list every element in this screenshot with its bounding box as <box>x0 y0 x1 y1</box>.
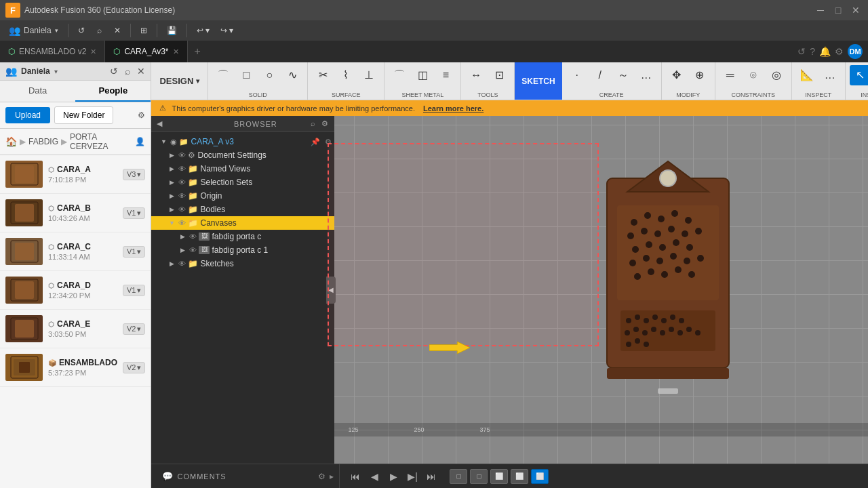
help-icon[interactable]: ? <box>810 46 815 57</box>
canvas-area[interactable]: ◀ BROWSER ⌕ ⚙ ▼ ◉ 📁 CARA_A v3 📌 ⚙ ▶ 👁 ⚙ … <box>151 116 868 464</box>
coincident-constraint[interactable]: ◎ <box>766 65 787 85</box>
breadcrumb-folder1[interactable]: FABDIG <box>28 137 58 146</box>
sketch-tab[interactable]: SKETCH <box>515 62 561 100</box>
copy-tool[interactable]: ⊕ <box>689 65 711 85</box>
break-tool[interactable]: ⊥ <box>358 65 380 85</box>
tree-eye-icon[interactable]: 👁 <box>178 151 186 159</box>
dimension-tool[interactable]: ↔ <box>465 65 487 85</box>
arc-tool[interactable]: ⌒ <box>212 65 234 85</box>
data-tab[interactable]: Data <box>0 81 75 102</box>
rect-tool[interactable]: □ <box>235 65 257 85</box>
header-search-icon[interactable]: ⌕ <box>125 66 130 77</box>
tab-ensamblado-close[interactable]: ✕ <box>90 47 96 56</box>
constraint-tool[interactable]: ⊡ <box>488 65 510 85</box>
line-tool[interactable]: / <box>589 65 611 85</box>
browser-root[interactable]: ▼ ◉ 📁 CARA_A v3 📌 ⚙ <box>151 135 334 148</box>
playback-prev-button[interactable]: ◀ <box>367 469 382 484</box>
tree-eye-icon[interactable]: 👁 <box>178 219 186 227</box>
fillet-tool[interactable]: ⌒ <box>389 65 410 85</box>
maximize-button[interactable]: □ <box>831 3 845 17</box>
file-version-3[interactable]: V1 ▾ <box>123 285 145 296</box>
viewport[interactable]: 125 250 375 250 125 RIGHT <box>334 116 868 464</box>
spline-tool[interactable]: ～ <box>612 65 634 85</box>
user-menu[interactable]: 👥 Daniela ▾ <box>4 23 63 38</box>
timeline-item-2[interactable]: □ <box>470 469 488 484</box>
panel-settings-icon[interactable]: ⚙ <box>138 110 145 120</box>
curve-tool[interactable]: ∿ <box>281 65 303 85</box>
refresh-icon[interactable]: ↺ <box>110 66 118 77</box>
timeline-item-5[interactable]: ⬜ <box>531 469 549 484</box>
create-more[interactable]: … <box>635 65 657 85</box>
playback-first-button[interactable]: ⏮ <box>348 469 363 484</box>
redo-button[interactable]: ↪ ▾ <box>216 24 238 37</box>
browser-item-6[interactable]: ▶ 👁 🖼 fabdig porta c <box>151 230 334 243</box>
timeline-item-4[interactable]: ⬜ <box>511 469 528 484</box>
playback-last-button[interactable]: ⏭ <box>424 469 439 484</box>
tree-eye-icon[interactable]: 👁 <box>178 260 186 268</box>
tree-eye-icon[interactable]: 👁 <box>189 246 197 254</box>
browser-item-8[interactable]: ▶ 👁 📁 Sketches <box>151 257 334 270</box>
tab-ensamblado[interactable]: ⬡ ENSAMBLADO v2 ✕ <box>0 41 105 62</box>
browser-item-5[interactable]: ▼ 👁 📁 Canvases <box>151 216 334 230</box>
move-tool[interactable]: ✥ <box>666 65 688 85</box>
horizontal-constraint[interactable]: ═ <box>719 65 741 85</box>
comments-expand-icon[interactable]: ▸ <box>330 472 334 481</box>
minimize-button[interactable]: ─ <box>814 3 827 17</box>
refresh-button[interactable]: ↺ <box>73 24 90 37</box>
file-version-1[interactable]: V1 ▾ <box>123 207 145 219</box>
tree-eye-icon[interactable]: 👁 <box>178 205 186 214</box>
browser-item-7[interactable]: ▶ 👁 🖼 fabdig porta c 1 <box>151 243 334 257</box>
tree-eye-icon[interactable]: 👁 <box>178 178 186 186</box>
file-version-0[interactable]: V3 ▾ <box>123 169 145 180</box>
file-item-4[interactable]: ⬡ CARA_E 3:03:50 PM V2 ▾ <box>0 310 151 348</box>
new-folder-button[interactable]: New Folder <box>54 106 113 124</box>
file-version-2[interactable]: V1 ▾ <box>123 246 145 258</box>
browser-search-icon[interactable]: ⌕ <box>311 119 316 128</box>
search-button[interactable]: ⌕ <box>92 24 106 37</box>
grid-view-button[interactable]: ⊞ <box>136 24 152 37</box>
file-version-4[interactable]: V2 ▾ <box>123 323 145 335</box>
upload-button[interactable]: Upload <box>5 107 50 123</box>
browser-settings-icon[interactable]: ⚙ <box>321 119 329 128</box>
save-button[interactable]: 💾 <box>162 24 182 37</box>
measure-tool[interactable]: 📐 <box>796 65 818 85</box>
tab-cara-close[interactable]: ✕ <box>173 47 179 56</box>
timeline-item-3[interactable]: ⬜ <box>490 469 508 484</box>
browser-item-2[interactable]: ▶ 👁 📁 Selection Sets <box>151 176 334 189</box>
collapse-browser-icon[interactable]: ◀ <box>157 119 231 128</box>
breadcrumb-share-icon[interactable]: 👤 <box>135 137 145 146</box>
browser-item-0[interactable]: ▶ 👁 ⚙ Document Settings <box>151 148 334 162</box>
header-close-icon[interactable]: ✕ <box>137 66 145 77</box>
user-avatar[interactable]: DM <box>848 44 863 59</box>
offset-tool[interactable]: ≡ <box>435 65 456 85</box>
tab-cara-av3[interactable]: ⬡ CARA_Av3* ✕ <box>105 41 187 62</box>
root-visibility-icon[interactable]: ◉ <box>170 138 177 146</box>
toolbar-close-button[interactable]: ✕ <box>109 24 125 37</box>
mirror-tool[interactable]: ◫ <box>412 65 433 85</box>
extend-tool[interactable]: ⌇ <box>335 65 357 85</box>
file-item-3[interactable]: ⬡ CARA_D 12:34:20 PM V1 ▾ <box>0 271 151 310</box>
people-tab[interactable]: People <box>75 81 151 102</box>
inspect-more[interactable]: … <box>819 65 841 85</box>
add-tab-button[interactable]: + <box>188 41 208 62</box>
vertical-constraint[interactable]: ⦾ <box>743 65 764 85</box>
file-item-2[interactable]: ⬡ CARA_C 11:33:14 AM V1 ▾ <box>0 232 151 271</box>
point-tool[interactable]: · <box>566 65 588 85</box>
circle-tool[interactable]: ○ <box>258 65 280 85</box>
undo-button[interactable]: ↩ ▾ <box>192 24 214 37</box>
design-button[interactable]: DESIGN ▾ <box>151 62 208 100</box>
tree-eye-icon[interactable]: 👁 <box>178 192 186 200</box>
file-version-5[interactable]: V2 ▾ <box>123 362 145 373</box>
file-item-5[interactable]: 📦 ENSAMBLADO 5:37:23 PM V2 ▾ <box>0 348 151 387</box>
settings-icon[interactable]: ⚙ <box>835 46 844 57</box>
browser-item-4[interactable]: ▶ 👁 📁 Bodies <box>151 203 334 216</box>
tree-eye-icon[interactable]: 👁 <box>178 165 186 173</box>
file-item-0[interactable]: ⬡ CARA_A 7:10:18 PM V3 ▾ <box>0 155 151 194</box>
playback-next-button[interactable]: ▶| <box>405 469 420 484</box>
file-item-1[interactable]: ⬡ CARA_B 10:43:26 AM V1 ▾ <box>0 194 151 232</box>
tree-eye-icon[interactable]: 👁 <box>189 232 197 241</box>
browser-item-3[interactable]: ▶ 👁 📁 Origin <box>151 189 334 203</box>
browser-item-1[interactable]: ▶ 👁 📁 Named Views <box>151 162 334 176</box>
refresh-tab-icon[interactable]: ↺ <box>797 46 806 57</box>
comments-gear-icon[interactable]: ⚙ <box>318 472 326 481</box>
